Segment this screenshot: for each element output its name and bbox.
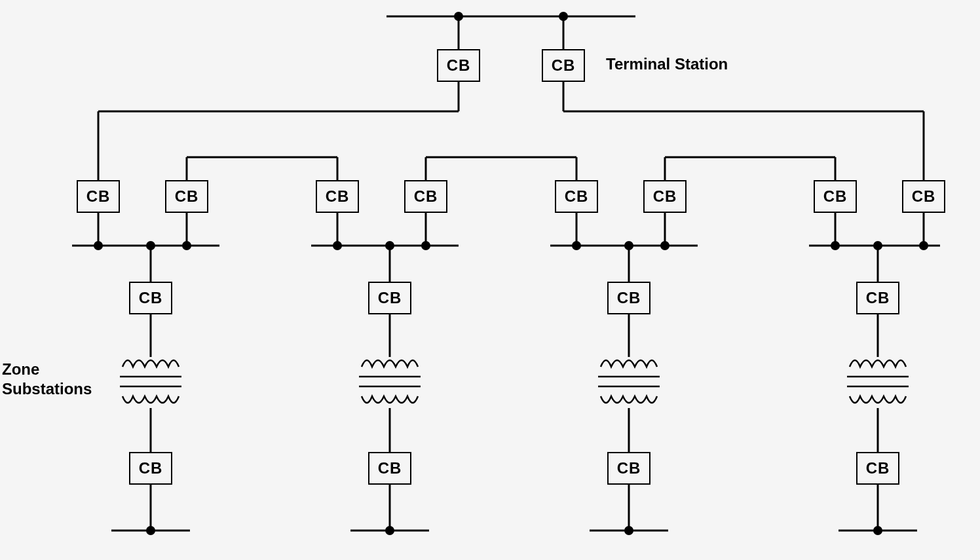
bus-node	[94, 241, 103, 250]
transformer-secondary	[362, 396, 418, 403]
terminal-station-label: Terminal Station	[606, 55, 728, 73]
bus-node	[873, 526, 882, 535]
circuit-breaker-zone2-xfmr-primary: CB	[368, 282, 411, 314]
bus-node	[660, 241, 669, 250]
transformer-secondary	[122, 396, 179, 403]
zone-substations-label-line1: Zone	[2, 360, 39, 379]
bus-node	[146, 526, 155, 535]
transformer-primary	[850, 360, 906, 367]
bus-node	[385, 526, 394, 535]
circuit-breaker-zone1-xfmr-secondary: CB	[129, 452, 172, 485]
circuit-breaker-zone4-in2: CB	[902, 180, 945, 213]
transformer-primary	[122, 360, 179, 367]
circuit-breaker-zone4-xfmr-secondary: CB	[856, 452, 899, 485]
circuit-breaker-zone3-in2: CB	[643, 180, 687, 213]
circuit-breaker-zone2-xfmr-secondary: CB	[368, 452, 411, 485]
circuit-breaker-zone3-xfmr-primary: CB	[607, 282, 650, 314]
bus-node	[624, 526, 633, 535]
bus-node	[182, 241, 191, 250]
circuit-breaker-zone3-in1: CB	[555, 180, 598, 213]
bus-node	[572, 241, 581, 250]
bus-node	[919, 241, 928, 250]
transformer-primary	[362, 360, 418, 367]
bus-node	[421, 241, 430, 250]
circuit-breaker-zone2-in1: CB	[316, 180, 359, 213]
circuit-breaker-zone1-in2: CB	[165, 180, 208, 213]
bus-node	[333, 241, 342, 250]
circuit-breaker-terminal-1: CB	[437, 49, 480, 82]
transformer-secondary	[850, 396, 906, 403]
transformer-secondary	[601, 396, 657, 403]
circuit-breaker-zone1-in1: CB	[77, 180, 120, 213]
zone-substations-label-line2: Substations	[2, 380, 92, 398]
circuit-breaker-zone2-in2: CB	[404, 180, 447, 213]
circuit-breaker-zone4-xfmr-primary: CB	[856, 282, 899, 314]
circuit-breaker-zone3-xfmr-secondary: CB	[607, 452, 650, 485]
bus-node	[831, 241, 840, 250]
circuit-breaker-zone4-in1: CB	[814, 180, 857, 213]
transformer-primary	[601, 360, 657, 367]
circuit-breaker-zone1-xfmr-primary: CB	[129, 282, 172, 314]
circuit-breaker-terminal-2: CB	[542, 49, 585, 82]
